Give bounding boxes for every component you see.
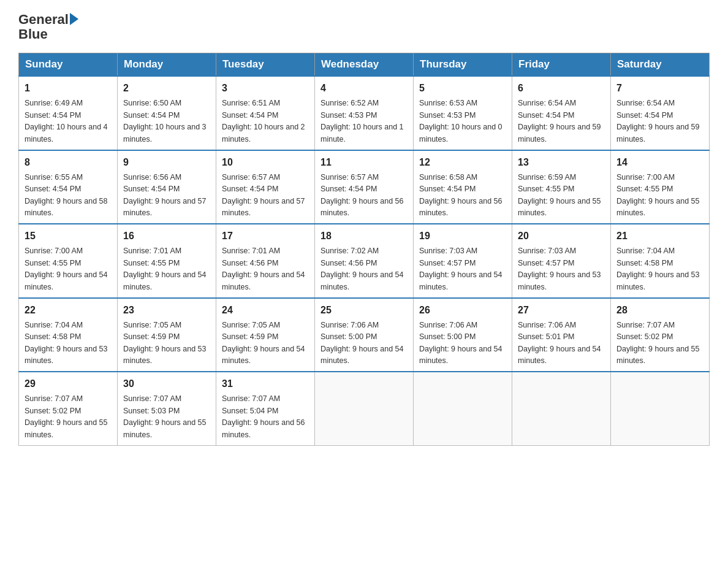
day-info: Sunrise: 6:58 AMSunset: 4:54 PMDaylight:… bbox=[419, 172, 506, 220]
calendar-day-cell: 1Sunrise: 6:49 AMSunset: 4:54 PMDaylight… bbox=[19, 76, 118, 150]
day-number: 19 bbox=[419, 229, 506, 243]
calendar-day-cell: 30Sunrise: 7:07 AMSunset: 5:03 PMDayligh… bbox=[118, 372, 216, 445]
day-info: Sunrise: 7:07 AMSunset: 5:03 PMDaylight:… bbox=[123, 393, 210, 441]
day-info: Sunrise: 6:55 AMSunset: 4:54 PMDaylight:… bbox=[25, 172, 112, 220]
day-number: 31 bbox=[222, 377, 309, 391]
day-number: 7 bbox=[616, 81, 703, 96]
calendar-day-cell: 16Sunrise: 7:01 AMSunset: 4:55 PMDayligh… bbox=[118, 224, 216, 298]
day-number: 8 bbox=[25, 155, 112, 170]
calendar-week-row: 1Sunrise: 6:49 AMSunset: 4:54 PMDaylight… bbox=[19, 76, 710, 150]
calendar-day-cell: 19Sunrise: 7:03 AMSunset: 4:57 PMDayligh… bbox=[414, 224, 512, 298]
calendar-header-saturday: Saturday bbox=[611, 53, 710, 77]
calendar-day-cell: 15Sunrise: 7:00 AMSunset: 4:55 PMDayligh… bbox=[19, 224, 118, 298]
calendar-day-cell bbox=[611, 372, 710, 445]
calendar-day-cell: 17Sunrise: 7:01 AMSunset: 4:56 PMDayligh… bbox=[216, 224, 315, 298]
day-number: 13 bbox=[518, 155, 605, 170]
calendar-header-thursday: Thursday bbox=[414, 53, 512, 77]
calendar-day-cell: 26Sunrise: 7:06 AMSunset: 5:00 PMDayligh… bbox=[414, 298, 512, 372]
day-info: Sunrise: 7:06 AMSunset: 5:00 PMDaylight:… bbox=[419, 320, 506, 367]
day-info: Sunrise: 6:52 AMSunset: 4:53 PMDaylight:… bbox=[320, 98, 408, 145]
day-info: Sunrise: 7:03 AMSunset: 4:57 PMDaylight:… bbox=[518, 245, 605, 293]
day-number: 3 bbox=[222, 81, 309, 96]
calendar-day-cell: 11Sunrise: 6:57 AMSunset: 4:54 PMDayligh… bbox=[315, 150, 414, 224]
day-info: Sunrise: 7:00 AMSunset: 4:55 PMDaylight:… bbox=[25, 245, 112, 293]
day-info: Sunrise: 7:06 AMSunset: 5:00 PMDaylight:… bbox=[320, 320, 408, 367]
calendar-day-cell: 31Sunrise: 7:07 AMSunset: 5:04 PMDayligh… bbox=[216, 372, 315, 445]
calendar-week-row: 15Sunrise: 7:00 AMSunset: 4:55 PMDayligh… bbox=[19, 224, 710, 298]
day-number: 27 bbox=[518, 303, 605, 318]
day-number: 10 bbox=[222, 155, 309, 170]
day-number: 16 bbox=[123, 229, 210, 243]
day-number: 12 bbox=[419, 155, 506, 170]
calendar-day-cell: 22Sunrise: 7:04 AMSunset: 4:58 PMDayligh… bbox=[19, 298, 118, 372]
calendar-day-cell bbox=[414, 372, 512, 445]
calendar-week-row: 29Sunrise: 7:07 AMSunset: 5:02 PMDayligh… bbox=[19, 372, 710, 445]
calendar-day-cell bbox=[512, 372, 611, 445]
day-info: Sunrise: 7:05 AMSunset: 4:59 PMDaylight:… bbox=[123, 320, 210, 367]
day-info: Sunrise: 6:51 AMSunset: 4:54 PMDaylight:… bbox=[222, 98, 309, 145]
day-number: 17 bbox=[222, 229, 309, 243]
day-number: 20 bbox=[518, 229, 605, 243]
day-number: 24 bbox=[222, 303, 309, 318]
calendar-day-cell: 14Sunrise: 7:00 AMSunset: 4:55 PMDayligh… bbox=[611, 150, 710, 224]
calendar-week-row: 8Sunrise: 6:55 AMSunset: 4:54 PMDaylight… bbox=[19, 150, 710, 224]
logo-general-text: General bbox=[18, 12, 69, 27]
calendar-day-cell: 9Sunrise: 6:56 AMSunset: 4:54 PMDaylight… bbox=[118, 150, 216, 224]
logo: General Blue bbox=[18, 12, 78, 42]
day-info: Sunrise: 6:54 AMSunset: 4:54 PMDaylight:… bbox=[518, 98, 605, 145]
calendar-day-cell: 20Sunrise: 7:03 AMSunset: 4:57 PMDayligh… bbox=[512, 224, 611, 298]
calendar-day-cell: 13Sunrise: 6:59 AMSunset: 4:55 PMDayligh… bbox=[512, 150, 611, 224]
day-number: 28 bbox=[616, 303, 703, 318]
calendar-day-cell: 8Sunrise: 6:55 AMSunset: 4:54 PMDaylight… bbox=[19, 150, 118, 224]
logo-blue-text: Blue bbox=[18, 26, 48, 42]
calendar-day-cell: 28Sunrise: 7:07 AMSunset: 5:02 PMDayligh… bbox=[611, 298, 710, 372]
day-info: Sunrise: 6:56 AMSunset: 4:54 PMDaylight:… bbox=[123, 172, 210, 220]
day-info: Sunrise: 7:07 AMSunset: 5:02 PMDaylight:… bbox=[616, 320, 703, 367]
day-info: Sunrise: 6:54 AMSunset: 4:54 PMDaylight:… bbox=[616, 98, 703, 145]
calendar-day-cell: 2Sunrise: 6:50 AMSunset: 4:54 PMDaylight… bbox=[118, 76, 216, 150]
calendar-day-cell: 6Sunrise: 6:54 AMSunset: 4:54 PMDaylight… bbox=[512, 76, 611, 150]
day-info: Sunrise: 7:04 AMSunset: 4:58 PMDaylight:… bbox=[616, 245, 703, 293]
day-info: Sunrise: 7:06 AMSunset: 5:01 PMDaylight:… bbox=[518, 320, 605, 367]
day-number: 18 bbox=[320, 229, 408, 243]
day-info: Sunrise: 7:05 AMSunset: 4:59 PMDaylight:… bbox=[222, 320, 309, 367]
day-number: 29 bbox=[25, 377, 112, 391]
calendar-header-sunday: Sunday bbox=[19, 53, 118, 77]
calendar-day-cell: 27Sunrise: 7:06 AMSunset: 5:01 PMDayligh… bbox=[512, 298, 611, 372]
calendar-day-cell: 23Sunrise: 7:05 AMSunset: 4:59 PMDayligh… bbox=[118, 298, 216, 372]
day-info: Sunrise: 6:53 AMSunset: 4:53 PMDaylight:… bbox=[419, 98, 506, 145]
calendar-header-friday: Friday bbox=[512, 53, 611, 77]
calendar-day-cell: 4Sunrise: 6:52 AMSunset: 4:53 PMDaylight… bbox=[315, 76, 414, 150]
calendar-day-cell: 18Sunrise: 7:02 AMSunset: 4:56 PMDayligh… bbox=[315, 224, 414, 298]
day-info: Sunrise: 6:57 AMSunset: 4:54 PMDaylight:… bbox=[320, 172, 408, 220]
calendar-day-cell: 25Sunrise: 7:06 AMSunset: 5:00 PMDayligh… bbox=[315, 298, 414, 372]
logo-arrow-icon bbox=[70, 13, 78, 25]
calendar-day-cell: 7Sunrise: 6:54 AMSunset: 4:54 PMDaylight… bbox=[611, 76, 710, 150]
day-number: 21 bbox=[616, 229, 703, 243]
day-info: Sunrise: 6:59 AMSunset: 4:55 PMDaylight:… bbox=[518, 172, 605, 220]
day-info: Sunrise: 6:57 AMSunset: 4:54 PMDaylight:… bbox=[222, 172, 309, 220]
day-info: Sunrise: 7:01 AMSunset: 4:55 PMDaylight:… bbox=[123, 245, 210, 293]
day-number: 26 bbox=[419, 303, 506, 318]
day-number: 15 bbox=[25, 229, 112, 243]
day-info: Sunrise: 7:07 AMSunset: 5:02 PMDaylight:… bbox=[25, 393, 112, 441]
day-number: 4 bbox=[320, 81, 408, 96]
day-number: 14 bbox=[616, 155, 703, 170]
calendar-table: SundayMondayTuesdayWednesdayThursdayFrid… bbox=[18, 53, 710, 446]
day-info: Sunrise: 7:07 AMSunset: 5:04 PMDaylight:… bbox=[222, 393, 309, 441]
calendar-day-cell: 24Sunrise: 7:05 AMSunset: 4:59 PMDayligh… bbox=[216, 298, 315, 372]
calendar-day-cell: 10Sunrise: 6:57 AMSunset: 4:54 PMDayligh… bbox=[216, 150, 315, 224]
day-info: Sunrise: 7:04 AMSunset: 4:58 PMDaylight:… bbox=[25, 320, 112, 367]
calendar-day-cell: 12Sunrise: 6:58 AMSunset: 4:54 PMDayligh… bbox=[414, 150, 512, 224]
day-number: 9 bbox=[123, 155, 210, 170]
day-number: 6 bbox=[518, 81, 605, 96]
calendar-header-monday: Monday bbox=[118, 53, 216, 77]
calendar-header-wednesday: Wednesday bbox=[315, 53, 414, 77]
calendar-header-tuesday: Tuesday bbox=[216, 53, 315, 77]
calendar-day-cell bbox=[315, 372, 414, 445]
day-info: Sunrise: 7:01 AMSunset: 4:56 PMDaylight:… bbox=[222, 245, 309, 293]
day-number: 2 bbox=[123, 81, 210, 96]
day-number: 1 bbox=[25, 81, 112, 96]
day-info: Sunrise: 7:03 AMSunset: 4:57 PMDaylight:… bbox=[419, 245, 506, 293]
calendar-week-row: 22Sunrise: 7:04 AMSunset: 4:58 PMDayligh… bbox=[19, 298, 710, 372]
